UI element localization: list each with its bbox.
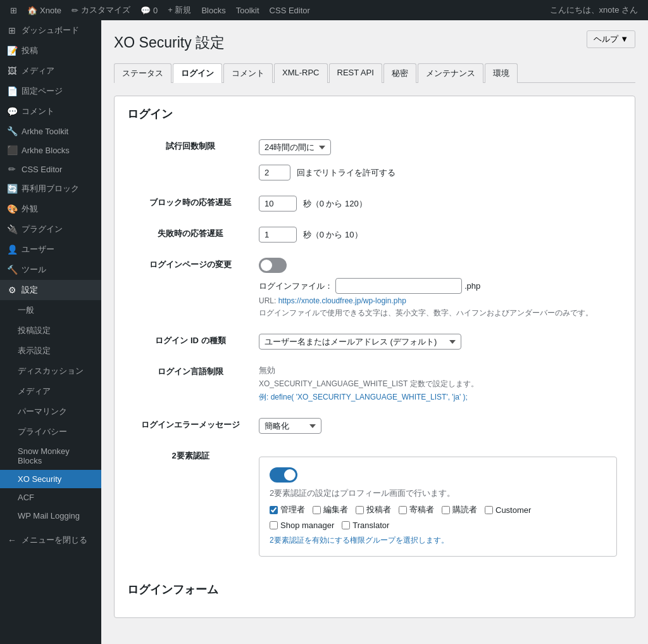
arkhe-toolkit-icon: 🔧	[6, 126, 18, 136]
tab-xmlrpc[interactable]: XML-RPC	[274, 63, 328, 83]
sidebar-item-tools[interactable]: 🔨 ツール	[0, 260, 101, 280]
sidebar-label-permalink: パーマリンク	[18, 406, 67, 417]
sidebar-item-pages[interactable]: 📄 固定ページ	[0, 81, 101, 101]
sidebar-item-permalink[interactable]: パーマリンク	[0, 401, 101, 422]
tfa-role-subscriber[interactable]: 購読者	[442, 504, 477, 515]
two-factor-section: 2要素認証の設定はプロフィール画面で行います。 管理者 編集者	[259, 457, 617, 557]
tfa-role-translator-checkbox[interactable]	[342, 521, 350, 529]
help-button[interactable]: ヘルプ ▼	[587, 30, 635, 48]
tab-secret[interactable]: 秘密	[383, 63, 416, 83]
tfa-role-editor[interactable]: 編集者	[313, 504, 348, 515]
sidebar-item-discussion[interactable]: ディスカッション	[0, 361, 101, 381]
attempt-limit-period-select[interactable]: 1時間の間に12時間の間に24時間の間に48時間の間に	[259, 139, 331, 155]
admin-bar: ⊞ 🏠 Xnote ✏ カスタマイズ 💬 0 + 新規 Blocks Toolk…	[0, 0, 648, 20]
settings-icon: ⚙	[6, 285, 18, 295]
tfa-role-editor-label: 編集者	[323, 504, 348, 515]
sidebar-label-close-menu: メニューを閉じる	[22, 534, 87, 546]
sidebar-label-appearance: 外観	[22, 203, 38, 215]
tfa-role-customer-checkbox[interactable]	[485, 506, 493, 514]
sidebar-item-reading[interactable]: 表示設定	[0, 341, 101, 361]
sidebar-item-arkhe-toolkit[interactable]: 🔧 Arkhe Toolkit	[0, 122, 101, 141]
sidebar-item-media-sub[interactable]: メディア	[0, 381, 101, 401]
tab-environment[interactable]: 環境	[485, 63, 518, 83]
site-name-bar[interactable]: 🏠 Xnote	[22, 0, 66, 20]
login-url-link[interactable]: https://xnote.cloudfree.jp/wp-login.php	[278, 296, 406, 305]
block-delay-input[interactable]	[259, 196, 297, 212]
sidebar-item-settings[interactable]: ⚙ 設定	[0, 280, 101, 300]
tfa-role-customer[interactable]: Customer	[485, 504, 531, 515]
fail-delay-row: 失敗時の応答遅延 秒（0 から 10）	[127, 219, 622, 250]
sidebar-item-posts[interactable]: 📝 投稿	[0, 41, 101, 61]
tfa-role-author[interactable]: 投稿者	[356, 504, 391, 515]
tfa-roles-row2: Shop manager Translator	[270, 521, 606, 530]
login-page-toggle[interactable]	[259, 258, 287, 273]
sidebar-item-dashboard[interactable]: ⊞ ダッシュボード	[0, 20, 101, 41]
login-file-row: ログインファイル： .php	[259, 278, 617, 294]
sidebar-item-privacy[interactable]: プライバシー	[0, 422, 101, 442]
tfa-role-contributor-checkbox[interactable]	[399, 506, 407, 514]
sidebar-label-wp-mail-logging: WP Mail Logging	[18, 511, 80, 521]
sidebar-item-comments[interactable]: 💬 コメント	[0, 101, 101, 122]
tab-rest-api[interactable]: REST API	[329, 63, 382, 83]
blocks-bar[interactable]: Blocks	[196, 0, 230, 20]
sidebar-item-media[interactable]: 🖼 メディア	[0, 61, 101, 81]
sidebar-item-wp-mail-logging[interactable]: WP Mail Logging	[0, 507, 101, 525]
new-bar[interactable]: + 新規	[163, 0, 196, 20]
toolkit-bar[interactable]: Toolkit	[231, 0, 265, 20]
sidebar-label-plugins: プラグイン	[22, 224, 63, 235]
sidebar-item-reusable[interactable]: 🔄 再利用ブロック	[0, 179, 101, 199]
tools-icon: 🔨	[6, 265, 18, 275]
language-restriction-desc: XO_SECURITY_LANGUAGE_WHITE_LIST 定数で設定します…	[259, 379, 617, 389]
tfa-role-shop-manager[interactable]: Shop manager	[270, 521, 334, 530]
tfa-role-editor-checkbox[interactable]	[313, 506, 321, 514]
attempt-limit-retry-input[interactable]	[259, 165, 290, 180]
login-page-change-label: ログインページの変更	[127, 250, 254, 326]
sidebar-item-acf[interactable]: ACF	[0, 488, 101, 507]
tfa-role-contributor[interactable]: 寄稿者	[399, 504, 434, 515]
tab-login[interactable]: ログイン	[173, 63, 222, 83]
language-restriction-example: 例: define( 'XO_SECURITY_LANGUAGE_WHITE_L…	[259, 392, 617, 403]
sidebar-item-appearance[interactable]: 🎨 外観	[0, 199, 101, 219]
sidebar-item-xo-security[interactable]: XO Security	[0, 470, 101, 488]
error-message-select[interactable]: 簡略化デフォルト非表示	[259, 418, 321, 434]
plugins-icon: 🔌	[6, 224, 18, 234]
tfa-role-shop-manager-label: Shop manager	[280, 521, 334, 530]
sidebar-item-plugins[interactable]: 🔌 プラグイン	[0, 219, 101, 239]
login-file-input[interactable]	[335, 278, 462, 294]
tfa-role-author-checkbox[interactable]	[356, 506, 364, 514]
language-restriction-row: ログイン言語制限 無効 XO_SECURITY_LANGUAGE_WHITE_L…	[127, 357, 622, 410]
sidebar-item-close-menu[interactable]: ← メニューを閉じる	[0, 530, 101, 550]
css-editor-bar[interactable]: CSS Editor	[265, 0, 315, 20]
tab-comment[interactable]: コメント	[223, 63, 273, 83]
sidebar-item-writing[interactable]: 投稿設定	[0, 320, 101, 341]
login-id-type-label: ログイン ID の種類	[127, 326, 254, 357]
sidebar: ⊞ ダッシュボード 📝 投稿 🖼 メディア 📄 固定ページ 💬 コメント 🔧 A…	[0, 20, 101, 644]
sidebar-item-arkhe-blocks[interactable]: ⬛ Arkhe Blocks	[0, 141, 101, 160]
tfa-role-translator[interactable]: Translator	[342, 521, 389, 530]
attempt-limit-label: 試行回数制限	[127, 132, 254, 188]
sidebar-item-css-editor[interactable]: ✏ CSS Editor	[0, 160, 101, 179]
login-id-type-select[interactable]: ユーザー名またはメールアドレス (デフォルト)ユーザー名のみメールアドレスのみ	[259, 334, 461, 350]
site-name-label: Xnote	[40, 6, 61, 15]
tfa-role-shop-manager-checkbox[interactable]	[270, 521, 278, 529]
customize-bar[interactable]: ✏ カスタマイズ	[66, 0, 135, 20]
tfa-toggle[interactable]	[270, 467, 297, 483]
comments-bar[interactable]: 💬 0	[135, 0, 163, 20]
tab-status[interactable]: ステータス	[114, 63, 171, 83]
login-warning-text: ログインファイルで使用できる文字は、英小文字、数字、ハイフンおよびアンダーバーの…	[259, 308, 617, 319]
wp-logo[interactable]: ⊞	[5, 0, 22, 20]
fail-delay-input[interactable]	[259, 227, 297, 243]
sidebar-label-arkhe-blocks: Arkhe Blocks	[22, 146, 70, 155]
sidebar-item-general[interactable]: 一般	[0, 300, 101, 320]
sidebar-label-media-sub: メディア	[18, 386, 51, 397]
sidebar-label-media: メディア	[22, 65, 54, 77]
tab-maintenance[interactable]: メンテナンス	[418, 63, 483, 83]
login-id-type-row: ログイン ID の種類 ユーザー名またはメールアドレス (デフォルト)ユーザー名…	[127, 326, 622, 357]
tfa-role-admin[interactable]: 管理者	[270, 504, 305, 515]
sidebar-item-users[interactable]: 👤 ユーザー	[0, 239, 101, 260]
reusable-icon: 🔄	[6, 184, 18, 194]
tfa-role-subscriber-checkbox[interactable]	[442, 506, 450, 514]
tfa-role-admin-checkbox[interactable]	[270, 506, 278, 514]
block-delay-row: ブロック時の応答遅延 秒（0 から 120）	[127, 188, 622, 219]
sidebar-item-snow-monkey[interactable]: Snow Monkey Blocks	[0, 442, 101, 470]
